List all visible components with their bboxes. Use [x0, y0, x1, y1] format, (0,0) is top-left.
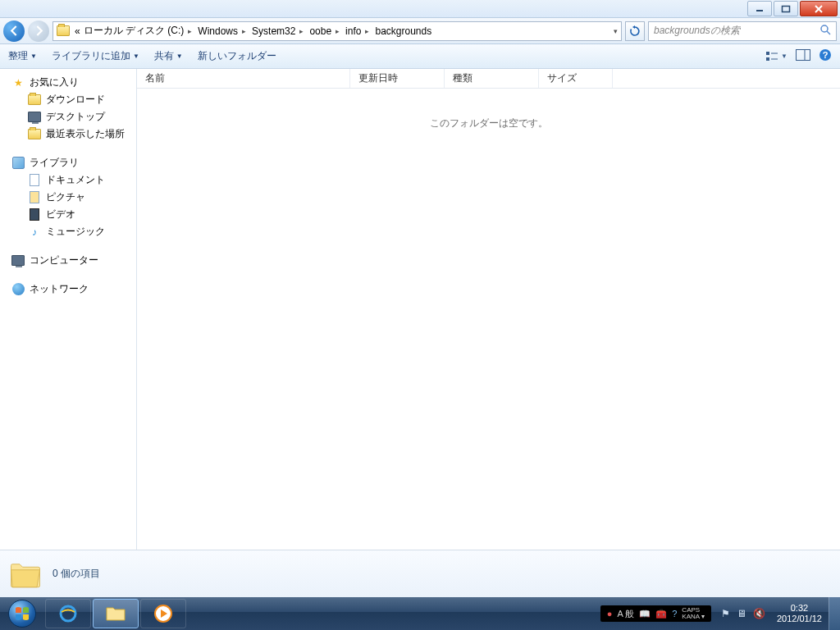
add-to-library-button[interactable]: ライブラリに追加▼: [52, 49, 139, 63]
minimize-button[interactable]: [747, 1, 772, 16]
ime-caps-kana: CAPSKANA ▾: [682, 607, 705, 620]
show-desktop-button[interactable]: [829, 597, 840, 630]
nav-videos[interactable]: ビデオ: [0, 206, 136, 223]
svg-point-12: [61, 606, 75, 621]
taskbar-wmp-button[interactable]: [140, 599, 186, 628]
navigation-pane: ★お気に入り ダウンロード デスクトップ 最近表示した場所 ライブラリ ドキュメ…: [0, 69, 137, 550]
breadcrumb-prefix: «: [73, 25, 82, 37]
window-titlebar: [0, 0, 840, 18]
nav-libraries[interactable]: ライブラリ: [0, 154, 136, 171]
document-icon: [28, 174, 41, 187]
breadcrumb-item[interactable]: oobe▸: [308, 25, 344, 37]
ime-tool-icon: 🧰: [655, 609, 667, 619]
network-icon: [11, 283, 25, 296]
close-button[interactable]: [800, 1, 838, 16]
start-button[interactable]: [0, 597, 44, 630]
view-options-button[interactable]: ▼: [765, 51, 788, 62]
search-placeholder: backgroundsの検索: [654, 24, 740, 38]
command-toolbar: 整理▼ ライブラリに追加▼ 共有▼ 新しいフォルダー ▼ ?: [0, 44, 840, 69]
star-icon: ★: [11, 76, 25, 89]
computer-icon: [11, 254, 25, 267]
nav-desktop[interactable]: デスクトップ: [0, 108, 136, 126]
help-button[interactable]: ?: [819, 48, 832, 64]
svg-line-3: [827, 31, 830, 34]
breadcrumb-item[interactable]: System32▸: [250, 25, 308, 37]
svg-rect-4: [766, 52, 769, 55]
pictures-icon: [28, 191, 41, 204]
refresh-button[interactable]: [625, 21, 645, 41]
breadcrumb-item[interactable]: Windows▸: [196, 25, 250, 37]
item-count: 0 個の項目: [52, 567, 100, 581]
nav-music[interactable]: ♪ミュージック: [0, 223, 136, 240]
nav-documents[interactable]: ドキュメント: [0, 171, 136, 189]
taskbar-clock[interactable]: 0:32 2012/01/12: [770, 603, 829, 624]
music-icon: ♪: [28, 226, 41, 239]
preview-pane-button[interactable]: [796, 49, 810, 63]
column-type[interactable]: 種類: [445, 69, 539, 88]
videos-icon: [28, 208, 41, 221]
breadcrumb-item[interactable]: backgrounds: [373, 25, 433, 37]
desktop-icon: [28, 111, 41, 124]
search-icon: [819, 24, 831, 38]
taskbar: ● A 般 📖 🧰 ? CAPSKANA ▾ ⚑ 🖥 🔇 0:32 2012/0…: [0, 597, 840, 630]
folder-icon: [57, 25, 70, 38]
maximize-button[interactable]: [774, 1, 798, 16]
ime-pad-icon: 📖: [639, 609, 651, 619]
breadcrumb-item[interactable]: ローカル ディスク (C:)▸: [82, 24, 197, 38]
svg-point-2: [821, 25, 828, 32]
address-row: « ローカル ディスク (C:)▸ Windows▸ System32▸ oob…: [0, 18, 840, 44]
column-modified[interactable]: 更新日時: [350, 69, 445, 88]
tray-flag-icon[interactable]: ⚑: [721, 608, 730, 619]
column-size[interactable]: サイズ: [539, 69, 613, 88]
breadcrumb-item[interactable]: info▸: [344, 25, 373, 37]
back-button[interactable]: [3, 21, 25, 42]
svg-rect-8: [797, 50, 810, 61]
windows-orb-icon: [8, 600, 36, 628]
folder-large-icon: [8, 557, 43, 591]
column-name[interactable]: 名前: [137, 69, 350, 88]
address-bar[interactable]: « ローカル ディスク (C:)▸ Windows▸ System32▸ oob…: [52, 21, 622, 41]
nav-pictures[interactable]: ピクチャ: [0, 189, 136, 206]
nav-computer[interactable]: コンピューター: [0, 252, 136, 269]
taskbar-ie-button[interactable]: [45, 599, 91, 628]
svg-text:?: ?: [823, 50, 829, 60]
ime-mode: A 般: [617, 608, 634, 620]
svg-rect-5: [766, 57, 769, 61]
details-pane: 0 個の項目: [0, 550, 840, 597]
taskbar-explorer-button[interactable]: [93, 599, 139, 628]
ime-toolbar[interactable]: ● A 般 📖 🧰 ? CAPSKANA ▾: [600, 605, 711, 622]
tray-network-icon[interactable]: 🖥: [737, 608, 746, 619]
tray-volume-icon[interactable]: 🔇: [753, 608, 765, 619]
new-folder-button[interactable]: 新しいフォルダー: [198, 49, 276, 63]
organize-button[interactable]: 整理▼: [8, 49, 37, 63]
svg-rect-1: [783, 6, 790, 11]
ime-record-icon: ●: [607, 609, 613, 619]
search-input[interactable]: backgroundsの検索: [648, 21, 837, 41]
share-button[interactable]: 共有▼: [154, 49, 183, 63]
nav-recent[interactable]: 最近表示した場所: [0, 126, 136, 143]
file-list-pane: 名前 更新日時 種類 サイズ このフォルダーは空です。: [137, 69, 840, 550]
folder-icon: [28, 94, 41, 107]
nav-network[interactable]: ネットワーク: [0, 281, 136, 298]
column-headers: 名前 更新日時 種類 サイズ: [137, 69, 840, 89]
nav-downloads[interactable]: ダウンロード: [0, 91, 136, 108]
ime-help-icon: ?: [672, 609, 677, 619]
recent-icon: [28, 128, 41, 141]
system-tray[interactable]: ⚑ 🖥 🔇: [716, 608, 770, 619]
forward-button[interactable]: [28, 21, 49, 42]
library-icon: [11, 157, 25, 170]
empty-folder-message: このフォルダーは空です。: [137, 89, 840, 550]
nav-favorites[interactable]: ★お気に入り: [0, 74, 136, 91]
history-dropdown-icon[interactable]: ▾: [614, 27, 618, 35]
